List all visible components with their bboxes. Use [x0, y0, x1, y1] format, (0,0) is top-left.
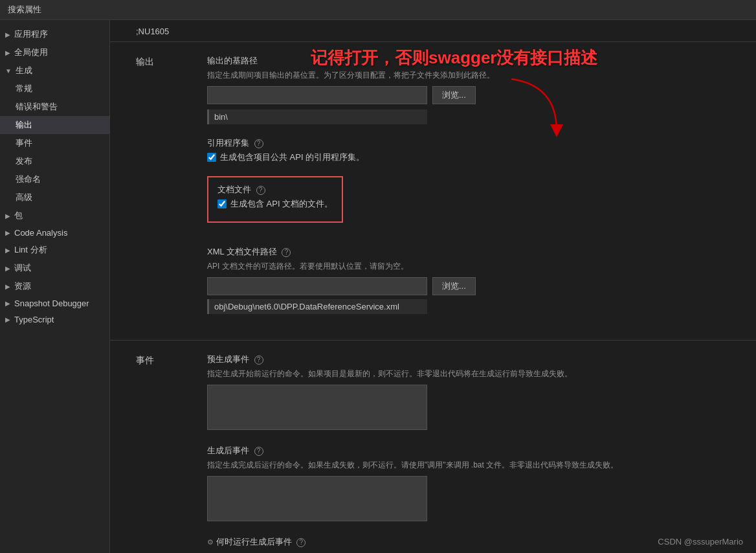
sidebar: ▶ 应用程序 ▶ 全局使用 ▼ 生成 常规 错误和警告 输出 事件 发布 强命 [0, 20, 110, 553]
xml-path-browse-btn[interactable]: 浏览... [432, 277, 476, 295]
events-section-label: 事件 [136, 354, 188, 553]
sidebar-item-label: 发布 [16, 155, 32, 167]
sidebar-item-label: TypeScript [14, 315, 54, 324]
annotation-text: 记得打开，否则swagger没有接口描述 [311, 47, 598, 69]
arrow-icon: ▼ [5, 67, 12, 74]
sidebar-item-debug[interactable]: ▶ 调试 [0, 259, 109, 277]
doc-files-help-icon[interactable]: ? [256, 186, 265, 195]
pre-event-title: 预生成事件 ? [207, 354, 737, 365]
sidebar-item-build-strongname[interactable]: 强命名 [0, 170, 109, 188]
arrow-icon: ▶ [5, 247, 10, 254]
sidebar-item-package[interactable]: ▶ 包 [0, 207, 109, 225]
sidebar-item-label: 调试 [14, 262, 31, 274]
sidebar-item-label: Lint 分析 [14, 244, 47, 256]
watermark: CSDN @sssuperMario [658, 537, 743, 547]
watermark-text: CSDN @sssuperMario [658, 537, 743, 547]
sidebar-item-label: 错误和警告 [16, 101, 58, 113]
arrow-icon: ▶ [5, 316, 10, 323]
arrow-icon: ▶ [5, 283, 10, 290]
base-path-value: bin\ [207, 109, 427, 124]
output-section-content: 输出的基路径 指定生成期间项目输出的基位置。为了区分项目配置，将把子文件夹添加到… [207, 55, 737, 327]
sidebar-item-resources[interactable]: ▶ 资源 [0, 277, 109, 295]
sidebar-item-lint[interactable]: ▶ Lint 分析 [0, 241, 109, 259]
when-run-post-event-field: ⚙ 何时运行生成后事件 ? [207, 536, 737, 548]
post-event-field: 生成后事件 ? 指定生成完成后运行的命令。如果生成失败，则不运行。请使用"调用"… [207, 445, 737, 523]
sidebar-item-snapshot-debugger[interactable]: ▶ Snapshot Debugger [0, 295, 109, 311]
arrow-icon: ▶ [5, 212, 10, 220]
events-section-content: 预生成事件 ? 指定生成开始前运行的命令。如果项目是最新的，则不运行。非零退出代… [207, 354, 737, 553]
post-event-title: 生成后事件 ? [207, 445, 737, 457]
ref-assembly-checkbox-row: 生成包含项目公共 API 的引用程序集。 [207, 152, 737, 163]
sidebar-item-label: 生成 [16, 65, 32, 76]
sidebar-item-build-output[interactable]: 输出 [0, 116, 109, 134]
xml-path-help-icon[interactable]: ? [282, 248, 291, 257]
doc-files-checkbox-row: 生成包含 API 文档的文件。 [217, 198, 333, 210]
ref-assembly-checkbox[interactable] [207, 153, 216, 162]
ref-assembly-title: 引用程序集 ? [207, 137, 737, 149]
pre-event-help-icon[interactable]: ? [254, 356, 263, 365]
top-bar-title: 搜索属性 [8, 5, 41, 14]
sidebar-item-build-advanced[interactable]: 高级 [0, 188, 109, 207]
output-section-label: 输出 [136, 55, 188, 327]
arrow-icon: ▶ [5, 31, 10, 38]
pre-event-desc: 指定生成开始前运行的命令。如果项目是最新的，则不运行。非零退出代码将在生成运行前… [207, 368, 737, 379]
sidebar-item-build-publish[interactable]: 发布 [0, 152, 109, 170]
doc-files-field: 文档文件 ? 生成包含 API 文档的文件。 [207, 176, 737, 233]
sidebar-item-label: Code Analysis [14, 228, 67, 238]
sidebar-item-label: 常规 [16, 83, 32, 95]
nu-warning-value: ;NU1605 [136, 27, 169, 36]
sidebar-item-label: 资源 [14, 280, 31, 292]
when-run-help-icon[interactable]: ? [296, 538, 306, 547]
sidebar-item-build-general[interactable]: 常规 [0, 80, 109, 98]
post-event-input[interactable] [207, 476, 427, 521]
xml-path-desc: API 文档文件的可选路径。若要使用默认位置，请留为空。 [207, 260, 737, 272]
sidebar-item-label: 输出 [16, 119, 32, 131]
sidebar-item-label: 应用程序 [14, 28, 48, 40]
base-path-input[interactable] [207, 86, 427, 104]
when-run-post-event-title: ⚙ 何时运行生成后事件 ? [207, 536, 737, 548]
arrow-icon: ▶ [5, 229, 10, 236]
gear-icon: ⚙ [207, 538, 214, 546]
sidebar-item-label: Snapshot Debugger [14, 299, 89, 308]
pre-event-field: 预生成事件 ? 指定生成开始前运行的命令。如果项目是最新的，则不运行。非零退出代… [207, 354, 737, 432]
sidebar-item-typescript[interactable]: ▶ TypeScript [0, 311, 109, 328]
sidebar-item-global-use[interactable]: ▶ 全局使用 [0, 43, 109, 62]
xml-path-title: XML 文档文件路径 ? [207, 246, 737, 258]
doc-files-checkbox-label: 生成包含 API 文档的文件。 [230, 198, 333, 210]
post-event-desc: 指定生成完成后运行的命令。如果生成失败，则不运行。请使用"调用"来调用 .bat… [207, 459, 737, 471]
base-path-desc: 指定生成期间项目输出的基位置。为了区分项目配置，将把子文件夹添加到此路径。 [207, 69, 737, 81]
events-section: 事件 预生成事件 ? 指定生成开始前运行的命令。如果项目是最新的，则不运行。非零… [110, 341, 756, 553]
ref-assembly-help-icon[interactable]: ? [254, 139, 263, 148]
content-area: ;NU1605 输出 输出的基路径 指定生成期间项目输出的基位置。为了区分项目配… [110, 20, 756, 553]
sidebar-item-build[interactable]: ▼ 生成 [0, 62, 109, 80]
base-path-browse-btn[interactable]: 浏览... [432, 86, 476, 104]
sidebar-item-label: 高级 [16, 192, 32, 203]
xml-path-field: XML 文档文件路径 ? API 文档文件的可选路径。若要使用默认位置，请留为空… [207, 246, 737, 314]
post-event-help-icon[interactable]: ? [254, 447, 263, 456]
sidebar-item-applications[interactable]: ▶ 应用程序 [0, 25, 109, 43]
sidebar-item-label: 全局使用 [14, 47, 48, 58]
doc-files-checkbox[interactable] [217, 199, 227, 209]
sidebar-item-label: 事件 [16, 137, 32, 149]
ref-assembly-field: 引用程序集 ? 生成包含项目公共 API 的引用程序集。 [207, 137, 737, 163]
output-section: 输出 输出的基路径 指定生成期间项目输出的基位置。为了区分项目配置，将把子文件夹… [110, 42, 756, 341]
doc-files-title: 文档文件 ? [217, 184, 333, 196]
pre-event-input[interactable] [207, 385, 427, 430]
sidebar-item-build-errors[interactable]: 错误和警告 [0, 98, 109, 116]
xml-path-value: obj\Debug\net6.0\DPP.DataReferenceServic… [207, 299, 427, 314]
sidebar-item-label: 强命名 [16, 174, 41, 185]
arrow-icon: ▶ [5, 49, 10, 56]
sidebar-item-label: 包 [14, 210, 23, 221]
top-bar: 搜索属性 [0, 0, 756, 20]
arrow-icon: ▶ [5, 265, 10, 272]
xml-path-input[interactable] [207, 277, 427, 295]
sidebar-item-code-analysis[interactable]: ▶ Code Analysis [0, 225, 109, 241]
sidebar-item-build-events[interactable]: 事件 [0, 134, 109, 152]
arrow-icon: ▶ [5, 300, 10, 307]
ref-assembly-checkbox-label: 生成包含项目公共 API 的引用程序集。 [220, 152, 364, 163]
doc-files-box: 文档文件 ? 生成包含 API 文档的文件。 [207, 176, 343, 223]
